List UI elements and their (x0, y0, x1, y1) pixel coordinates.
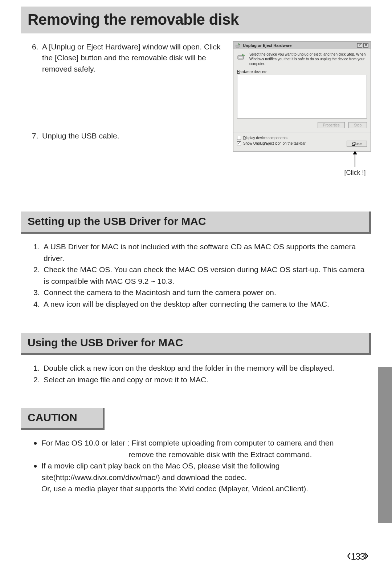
svg-rect-2 (239, 57, 242, 58)
dialog-close-x-button[interactable]: × (363, 43, 368, 48)
list-item-text: Check the MAC OS. You can check the MAC … (44, 264, 371, 287)
page-number: 133 (347, 551, 369, 562)
checkbox-checked-icon: ✓ (237, 141, 241, 145)
arrow-up-icon (355, 152, 355, 167)
stop-button[interactable]: Stop (348, 122, 367, 128)
section-setup-usb-mac-list: 1.A USB Driver for MAC is not included w… (33, 241, 371, 310)
list-item-text: Double click a new icon on the desktop a… (44, 362, 371, 374)
step-6-number: 6. (32, 41, 42, 74)
hardware-info-icon (237, 52, 246, 61)
page-title: Removing the removable disk (21, 7, 371, 33)
caution-item-2-line-2: site(http://www.divx.com/divx/mac/) and … (33, 472, 371, 483)
section-header-setup-usb-mac: Setting up the USB Driver for MAC (21, 212, 371, 234)
show-taskbar-icon-checkbox-row[interactable]: ✓ Show Unplug/Eject icon on the taskbar (237, 141, 306, 145)
caution-body: ●For Mac OS 10.0 or later : First comple… (33, 437, 371, 495)
caution-item-1-line-2: remove the removable disk with the Extra… (33, 449, 371, 460)
list-item-text: A USB Driver for MAC is not included wit… (44, 241, 371, 264)
caution-item-2-line-3: Or, use a media player that supports the… (33, 483, 371, 495)
list-item-number: 3. (33, 287, 44, 298)
svg-rect-0 (236, 45, 239, 47)
dialog-instruction-text: Select the device you want to unplug or … (249, 52, 367, 66)
double-angle-right-icon (364, 552, 369, 560)
list-item-number: 4. (33, 298, 44, 310)
list-item-number: 2. (33, 264, 44, 287)
list-item-number: 1. (33, 241, 44, 264)
step-7: 7. Unplug the USB cable. (32, 130, 225, 141)
hardware-devices-list[interactable] (237, 75, 367, 118)
bullet-icon: ● (33, 437, 41, 449)
dialog-help-button[interactable]: ? (357, 43, 362, 48)
list-item-number: 2. (33, 374, 44, 386)
section-using-usb-mac-list: 1.Double click a new icon on the desktop… (33, 362, 371, 385)
section-header-caution: CAUTION (21, 408, 105, 430)
dialog-title: Unplug or Eject Hardware (243, 43, 291, 48)
list-item-text: Connect the camera to the Macintosh and … (44, 287, 371, 298)
bullet-icon: ● (33, 460, 41, 472)
dialog-titlebar: Unplug or Eject Hardware ? × (233, 42, 371, 49)
page-side-tab (378, 367, 392, 523)
step-7-number: 7. (32, 130, 42, 141)
list-item-number: 1. (33, 362, 44, 374)
step-6-text: A [Unplug or Eject Hardware] window will… (42, 41, 225, 74)
properties-button[interactable]: Properties (318, 122, 345, 128)
step-6: 6. A [Unplug or Eject Hardware] window w… (32, 41, 225, 74)
list-item-text: A new icon will be displayed on the desk… (44, 298, 371, 310)
section-header-using-usb-mac: Using the USB Driver for MAC (21, 333, 371, 355)
unplug-eject-dialog: Unplug or Eject Hardware ? × Se (233, 41, 371, 152)
display-components-checkbox-row[interactable]: Display device components (237, 136, 306, 140)
eject-device-icon (236, 43, 241, 48)
caution-item-1-line-1: For Mac OS 10.0 or later : First complet… (41, 437, 334, 449)
double-angle-left-icon (347, 552, 351, 560)
list-item-text: Select an image file and copy or move it… (44, 374, 371, 386)
caution-item-2-line-1: If a movie clip can't play back on the M… (41, 460, 280, 472)
checkbox-unchecked-icon (237, 136, 241, 140)
step-7-text: Unplug the USB cable. (42, 130, 119, 141)
hardware-devices-label: Hardware devices: (237, 70, 367, 74)
close-button[interactable]: Close (347, 141, 367, 147)
click-annotation: [Click !] (343, 169, 367, 177)
